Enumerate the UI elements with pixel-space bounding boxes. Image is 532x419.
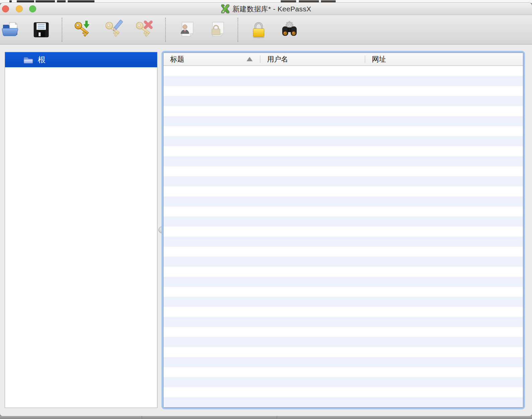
background-artifact [9, 0, 12, 2]
background-artifact [321, 0, 336, 2]
keepassx-window: 新建数据库* - KeePassX [0, 3, 532, 416]
keepassx-logo-icon [221, 4, 230, 13]
save-database-icon [32, 20, 51, 39]
column-header-title[interactable]: 标题 [163, 53, 260, 65]
background-artifact [57, 0, 66, 2]
add-entry-button[interactable] [71, 19, 93, 40]
title-group: 新建数据库* - KeePassX [0, 3, 532, 15]
background-artifact [68, 0, 94, 2]
entry-list-area[interactable] [163, 66, 523, 407]
copy-username-icon [178, 20, 197, 39]
open-database-button[interactable] [0, 19, 22, 40]
background-artifact [281, 0, 296, 2]
group-tree-panel: 根 [5, 52, 157, 408]
toolbar-separator [238, 18, 238, 42]
save-database-button[interactable] [30, 19, 52, 40]
entry-table: 标题 用户名 网址 [163, 53, 523, 408]
add-entry-key-icon [72, 20, 92, 40]
delete-entry-key-icon [133, 20, 153, 40]
background-divider [142, 416, 142, 419]
open-database-icon [1, 20, 21, 39]
window-title: 新建数据库* - KeePassX [232, 4, 311, 14]
toolbar [0, 15, 532, 45]
column-label: 标题 [170, 55, 184, 64]
background-artifact [36, 0, 55, 2]
search-icon [280, 20, 299, 39]
background-artifact [17, 0, 34, 2]
title-bar[interactable]: 新建数据库* - KeePassX [0, 3, 532, 15]
search-settings-button[interactable] [279, 19, 300, 40]
group-label: 根 [38, 55, 46, 65]
group-row-root[interactable]: 根 [5, 52, 157, 67]
sort-ascending-icon [247, 57, 253, 61]
folder-icon [23, 55, 34, 65]
copy-username-button [177, 19, 198, 40]
column-label: 网址 [372, 55, 386, 64]
background-divider [277, 416, 277, 419]
copy-password-icon [208, 20, 227, 39]
table-header: 标题 用户名 网址 [163, 53, 523, 66]
lock-workspace-button[interactable] [248, 19, 269, 40]
edit-entry-button [102, 19, 124, 40]
lock-workspace-icon [249, 20, 268, 39]
column-header-username[interactable]: 用户名 [260, 53, 365, 65]
column-label: 用户名 [267, 55, 288, 64]
edit-entry-key-icon [103, 20, 123, 40]
background-bottom-strip [0, 416, 532, 419]
toolbar-separator [62, 18, 62, 42]
background-artifact [299, 0, 319, 2]
delete-entry-button [133, 19, 154, 40]
copy-password-button [207, 19, 228, 40]
column-header-url[interactable]: 网址 [365, 53, 523, 65]
toolbar-separator [165, 18, 166, 42]
entry-table-panel: 标题 用户名 网址 [161, 51, 525, 409]
